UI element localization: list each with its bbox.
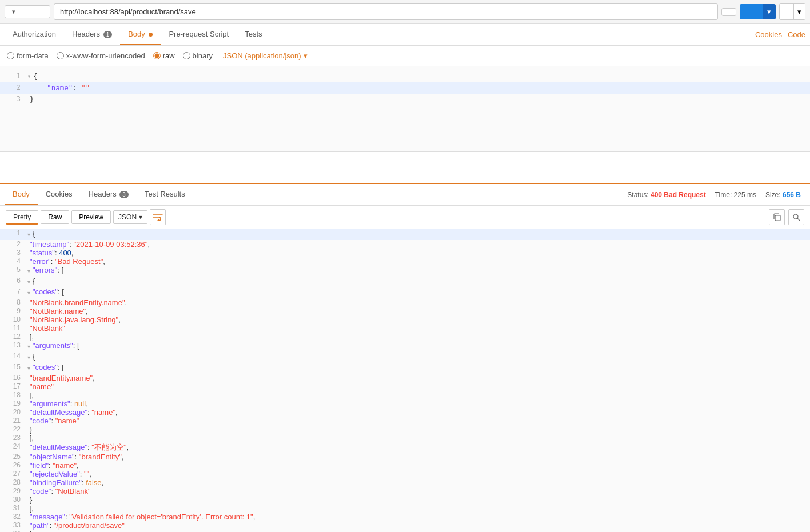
resp-line-21: 21 "code": "name" [0, 417, 810, 425]
resp-line-32: 32 "message": "Validation failed for obj… [0, 513, 810, 521]
line-num: 25 [5, 453, 21, 461]
line-arrow: ▾ [27, 341, 30, 352]
resp-line-8: 8 "NotBlank.brandEntity.name", [0, 298, 810, 307]
raw-btn[interactable]: Raw [41, 210, 69, 224]
line-num: 1 [5, 229, 21, 240]
resp-line-11: 11 "NotBlank" [0, 324, 810, 333]
method-select[interactable]: ▾ [5, 5, 50, 18]
send-dropdown-button[interactable]: ▾ [763, 4, 776, 19]
save-dropdown-button[interactable]: ▾ [794, 3, 805, 20]
request-body-editor[interactable]: 1 ▾ { 2 "name": "" 3 } [0, 66, 810, 152]
raw-option[interactable]: raw [153, 51, 175, 60]
binary-option[interactable]: binary [183, 51, 213, 60]
copy-btn[interactable] [769, 209, 785, 225]
status-value: 400 Bad Request [651, 191, 706, 199]
svg-rect-0 [775, 215, 780, 221]
urlencoded-option[interactable]: x-www-form-urlencoded [57, 51, 145, 60]
resp-line-4: 4 "error": "Bad Request", [0, 257, 810, 266]
resp-line-28: 28 "bindingFailure": false, [0, 478, 810, 487]
line-num: 15 [5, 363, 21, 374]
send-btn-group: ▾ [740, 4, 776, 19]
line-num: 16 [5, 374, 21, 382]
resp-toolbar-right [769, 209, 804, 225]
body-types: form-data x-www-form-urlencoded raw bina… [0, 46, 810, 66]
line-num: 18 [5, 391, 21, 399]
raw-radio[interactable] [153, 52, 161, 59]
resp-line-5: 5▾ "errors": [ [0, 266, 810, 277]
resp-line-2: 2 "timestamp": "2021-10-09 03:52:36", [0, 240, 810, 249]
preview-btn[interactable]: Preview [71, 210, 111, 224]
method-dropdown-arrow: ▾ [12, 9, 15, 15]
resp-tab-test-results[interactable]: Test Results [137, 184, 193, 205]
resp-line-33: 33 "path": "/product/brand/save" [0, 521, 810, 530]
line-num: 31 [5, 504, 21, 513]
response-code-container[interactable]: 1▾{2 "timestamp": "2021-10-09 03:52:36",… [0, 229, 810, 532]
resp-tab-headers[interactable]: Headers 3 [81, 184, 137, 205]
cookies-link[interactable]: Cookies [755, 25, 782, 45]
resp-line-29: 29 "code": "NotBlank" [0, 487, 810, 495]
resp-line-19: 19 "arguments": null, [0, 399, 810, 408]
line-num: 5 [5, 266, 21, 277]
tab-tests[interactable]: Tests [237, 24, 270, 45]
size-value: 656 B [783, 191, 801, 199]
resp-line-24: 24 "defaultMessage": "不能为空", [0, 442, 810, 453]
json-format-select[interactable]: JSON (application/json) ▾ [221, 50, 310, 61]
form-data-option[interactable]: form-data [7, 51, 49, 60]
line-num: 23 [5, 434, 21, 442]
resp-line-31: 31 ], [0, 504, 810, 513]
resp-tab-body[interactable]: Body [5, 184, 38, 205]
line-num: 28 [5, 478, 21, 487]
line-num: 19 [5, 399, 21, 408]
line-num: 17 [5, 382, 21, 391]
line-num: 20 [5, 408, 21, 417]
form-data-radio[interactable] [7, 52, 14, 59]
headers-badge: 1 [103, 31, 113, 38]
resp-json-select[interactable]: JSON ▾ [113, 210, 147, 224]
top-bar: ▾ ▾ ▾ [0, 0, 810, 24]
pretty-btn[interactable]: Pretty [6, 210, 38, 225]
code-link[interactable]: Code [788, 25, 805, 45]
resp-json-arrow: ▾ [139, 213, 142, 221]
line-num: 12 [5, 333, 21, 341]
resp-line-34: 34} [0, 530, 810, 532]
size-label: Size: 656 B [765, 191, 801, 199]
url-input[interactable] [54, 3, 718, 20]
line-num: 3 [5, 249, 21, 257]
line-arrow: ▾ [27, 277, 30, 287]
line-num: 21 [5, 417, 21, 425]
resp-line-17: 17 "name" [0, 382, 810, 391]
tab-headers[interactable]: Headers 1 [64, 24, 120, 45]
binary-radio[interactable] [183, 52, 190, 59]
tab-authorization[interactable]: Authorization [5, 24, 64, 45]
request-section: Authorization Headers 1 Body Pre-request… [0, 24, 810, 184]
search-icon [792, 213, 800, 221]
time-label: Time: 225 ms [715, 191, 756, 199]
resp-status: Status: 400 Bad Request Time: 225 ms Siz… [627, 191, 805, 199]
body-dot [149, 33, 153, 37]
urlencoded-radio[interactable] [57, 52, 64, 59]
resp-line-30: 30 } [0, 495, 810, 504]
search-btn[interactable] [788, 209, 804, 225]
send-button[interactable] [740, 4, 763, 19]
resp-line-22: 22 } [0, 425, 810, 434]
tab-prerequest[interactable]: Pre-request Script [161, 24, 237, 45]
resp-line-3: 3 "status": 400, [0, 249, 810, 257]
line-num: 29 [5, 487, 21, 495]
tab-body[interactable]: Body [120, 24, 161, 45]
save-button[interactable] [779, 3, 794, 20]
resp-line-27: 27 "rejectedValue": "", [0, 470, 810, 478]
params-button[interactable] [721, 8, 736, 16]
wrap-button[interactable] [150, 209, 166, 225]
wrap-icon [153, 213, 163, 221]
resp-line-16: 16 "brandEntity.name", [0, 374, 810, 382]
time-value: 225 ms [734, 191, 756, 199]
line-arrow: ▾ [27, 363, 30, 374]
resp-line-20: 20 "defaultMessage": "name", [0, 408, 810, 417]
resp-tab-cookies[interactable]: Cookies [38, 184, 81, 205]
line-num: 34 [5, 530, 21, 532]
status-label: Status: 400 Bad Request [627, 191, 705, 199]
line-num: 22 [5, 425, 21, 434]
line-num: 10 [5, 315, 21, 324]
resp-line-1: 1▾{ [0, 229, 810, 240]
line-num: 30 [5, 495, 21, 504]
